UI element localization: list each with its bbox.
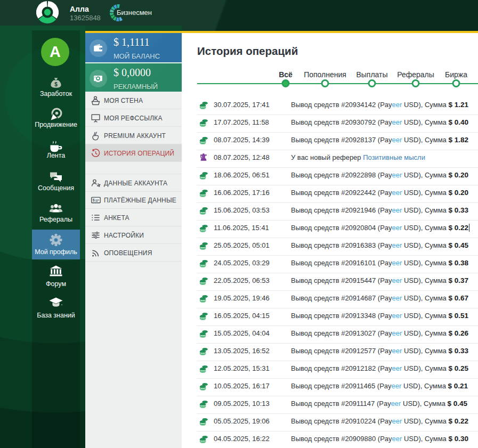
svg-text:$: $ — [93, 198, 95, 202]
svg-text:$: $ — [54, 82, 58, 87]
